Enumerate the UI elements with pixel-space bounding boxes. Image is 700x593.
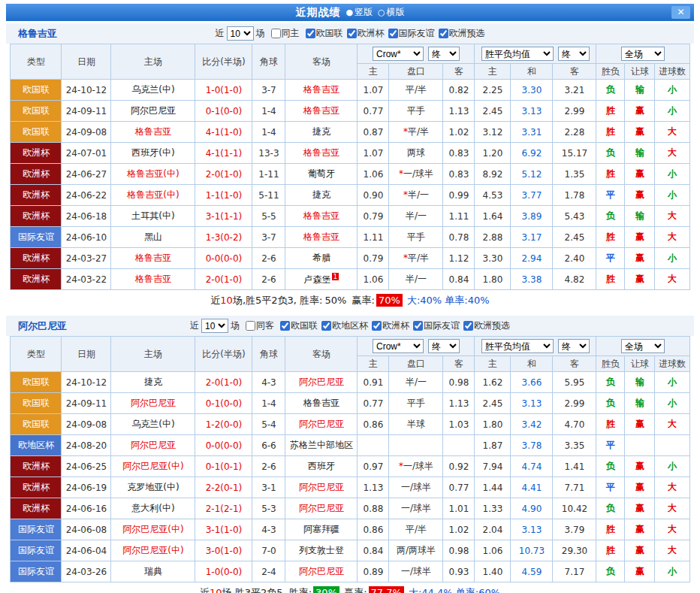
- asia-away-odds: 0.78: [443, 227, 475, 248]
- home-team[interactable]: 格鲁吉亚: [111, 122, 195, 143]
- home-team[interactable]: 格鲁吉亚: [111, 248, 195, 269]
- league-checkbox[interactable]: [463, 321, 473, 331]
- same-venue-checkbox[interactable]: [246, 321, 255, 331]
- league-checkbox[interactable]: [388, 29, 398, 38]
- home-team[interactable]: 乌克兰(中): [111, 80, 195, 101]
- odds-time-select[interactable]: 终: [428, 339, 460, 353]
- home-team[interactable]: 格鲁吉亚: [111, 269, 195, 290]
- away-team[interactable]: 卢森堡1: [285, 269, 358, 290]
- col-goals: 进球数: [655, 356, 689, 372]
- same-venue-filter[interactable]: 同主: [271, 27, 300, 40]
- away-team[interactable]: 格鲁吉亚: [285, 206, 358, 227]
- league-filter[interactable]: 欧洲预选: [439, 27, 485, 40]
- league-filter[interactable]: 欧洲杯: [347, 27, 385, 40]
- europe-draw-odds: 3.13: [511, 519, 553, 540]
- league-checkbox[interactable]: [413, 321, 423, 331]
- close-button[interactable]: ✕: [671, 6, 690, 19]
- asia-handicap: *一/球半: [389, 164, 443, 185]
- away-team[interactable]: 苏格兰中部地区: [285, 435, 358, 456]
- match-date: 24-03-27: [62, 248, 111, 269]
- goals-result-cell: 大: [655, 477, 689, 498]
- league-filter[interactable]: 国际友谊: [413, 319, 460, 332]
- recent-count-select[interactable]: 10: [227, 26, 254, 41]
- odds-company-select[interactable]: Crow*: [373, 47, 424, 61]
- league-filter[interactable]: 欧国联: [280, 319, 318, 332]
- recent-count-select[interactable]: 10: [201, 319, 228, 333]
- home-team[interactable]: 格鲁吉亚(中): [111, 185, 195, 206]
- europe-time-select[interactable]: 终: [558, 339, 590, 353]
- home-team[interactable]: 西班牙(中): [111, 143, 195, 164]
- away-team[interactable]: 阿尔巴尼亚: [285, 477, 358, 498]
- home-team[interactable]: 阿尔巴尼亚: [111, 101, 195, 122]
- home-team[interactable]: 克罗地亚(中): [111, 477, 195, 498]
- away-team[interactable]: 格鲁吉亚: [285, 227, 358, 248]
- away-team[interactable]: 葡萄牙: [285, 164, 358, 185]
- league-checkbox[interactable]: [347, 29, 357, 38]
- radio-vertical-layout[interactable]: ● 竖版: [345, 6, 373, 19]
- asia-home-odds: 0.90: [358, 185, 389, 206]
- league-badge: 欧洲杯: [11, 248, 62, 269]
- europe-away-odds: 10.42: [553, 498, 596, 519]
- league-checkbox[interactable]: [321, 321, 331, 331]
- results-table: 类型 日期 主场 比分(半场) 角球 客场 Crow* 终 胜平负均值: [10, 336, 689, 582]
- radio-horizontal-layout[interactable]: ○ 横版: [378, 6, 405, 19]
- home-team[interactable]: 格鲁吉亚(中): [111, 164, 195, 185]
- league-filter[interactable]: 国际友谊: [388, 27, 435, 40]
- scope-select[interactable]: 全场: [621, 47, 665, 61]
- europe-draw-odds: 3.30: [511, 80, 553, 101]
- match-row: 欧国联24-09-11阿尔巴尼亚0-1(0-0)1-4格鲁吉亚0.77平手1.1…: [11, 393, 689, 414]
- home-team[interactable]: 黑山: [111, 227, 195, 248]
- scope-select[interactable]: 全场: [621, 339, 665, 353]
- result-cell: 胜: [596, 122, 625, 143]
- away-team[interactable]: 阿尔巴尼亚: [285, 498, 358, 519]
- league-filter[interactable]: 欧洲杯: [372, 319, 409, 332]
- home-team[interactable]: 土耳其(中): [111, 206, 195, 227]
- home-team[interactable]: 阿尔巴尼亚: [111, 435, 195, 456]
- scope-group: 全场: [596, 337, 689, 356]
- home-team[interactable]: 阿尔巴尼亚: [111, 393, 195, 414]
- league-checkbox[interactable]: [372, 321, 382, 331]
- home-team[interactable]: 瑞典: [111, 561, 195, 582]
- away-team[interactable]: 西班牙: [285, 456, 358, 477]
- away-team[interactable]: 列支敦士登: [285, 540, 358, 561]
- away-team[interactable]: 格鲁吉亚: [285, 101, 358, 122]
- away-team[interactable]: 阿尔巴尼亚: [285, 414, 358, 435]
- away-team[interactable]: 格鲁吉亚: [285, 143, 358, 164]
- asia-away-odds: 0.83: [443, 143, 475, 164]
- league-badge: 欧洲杯: [11, 456, 62, 477]
- league-filter[interactable]: 欧地区杯: [321, 319, 368, 332]
- away-team[interactable]: 捷克: [285, 185, 358, 206]
- away-team[interactable]: 阿尔巴尼亚: [285, 372, 358, 393]
- match-date: 24-10-12: [62, 80, 111, 101]
- away-team[interactable]: 希腊: [285, 248, 358, 269]
- away-team[interactable]: 格鲁吉亚: [285, 80, 358, 101]
- league-filter[interactable]: 欧洲预选: [463, 319, 510, 332]
- europe-odds-select[interactable]: 胜平负均值: [481, 339, 554, 353]
- league-filter[interactable]: 欧国联: [306, 27, 343, 40]
- away-team[interactable]: 阿尔巴尼亚: [285, 561, 358, 582]
- same-venue-checkbox[interactable]: [271, 29, 281, 38]
- home-team[interactable]: 意大利(中): [111, 498, 195, 519]
- home-team[interactable]: 乌克兰(中): [111, 414, 195, 435]
- league-checkbox[interactable]: [280, 321, 290, 331]
- europe-odds-select[interactable]: 胜平负均值: [481, 47, 554, 61]
- odds-time-select[interactable]: 终: [428, 47, 460, 61]
- europe-home-odds: 2.45: [475, 101, 511, 122]
- asia-home-odds: 1.06: [358, 269, 389, 290]
- away-team[interactable]: 捷克: [285, 122, 358, 143]
- league-checkbox[interactable]: [306, 29, 315, 38]
- home-team[interactable]: 阿尔巴尼亚(中): [111, 540, 195, 561]
- europe-time-select[interactable]: 终: [558, 47, 590, 61]
- changed-line-icon: *: [399, 168, 403, 179]
- away-team[interactable]: 阿塞拜疆: [285, 519, 358, 540]
- col-europe-draw: 和: [511, 64, 553, 80]
- home-team[interactable]: 阿尔巴尼亚(中): [111, 456, 195, 477]
- asia-away-odds: 0.83: [443, 164, 475, 185]
- home-team[interactable]: 阿尔巴尼亚(中): [111, 519, 195, 540]
- team-name: 格鲁吉亚: [18, 27, 57, 41]
- home-team[interactable]: 捷克: [111, 372, 195, 393]
- away-team[interactable]: 格鲁吉亚: [285, 393, 358, 414]
- same-venue-filter[interactable]: 同客: [246, 319, 274, 332]
- league-checkbox[interactable]: [439, 29, 448, 38]
- odds-company-select[interactable]: Crow*: [373, 339, 424, 353]
